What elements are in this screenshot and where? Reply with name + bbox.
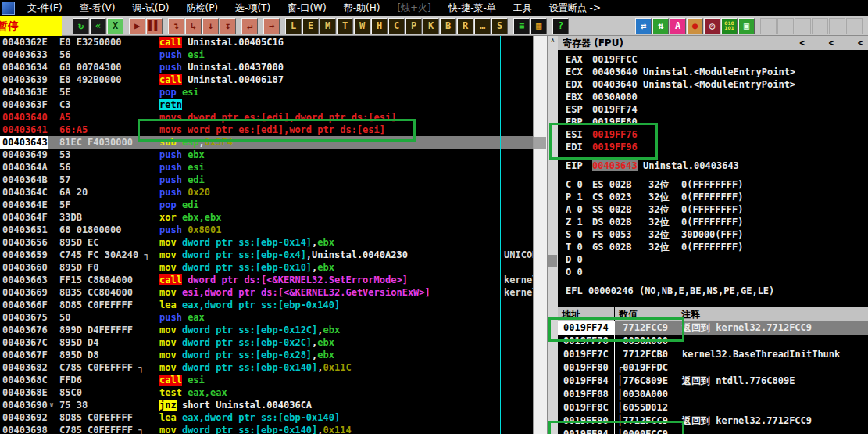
scroll-up-arrow-icon[interactable]: ∧: [548, 36, 558, 45]
handles-window-button[interactable]: H: [371, 18, 388, 34]
log-window-button[interactable]: L: [285, 18, 302, 34]
stack-row[interactable]: 0019FF90│7712FCC9返回到 kernel32.7712FCC9: [558, 414, 868, 428]
eflags-row[interactable]: EFL 00000246 (NO,NB,E,BE,NS,PE,GE,LE): [558, 285, 868, 297]
assemble-button[interactable]: A: [670, 18, 686, 34]
disasm-row[interactable]: 0040363468 00704300push Uninstal.0043700…: [0, 61, 533, 74]
cpu-window-button[interactable]: C: [388, 18, 405, 34]
source-window-button[interactable]: S: [491, 18, 508, 34]
menu-window[interactable]: 窗-口(W): [279, 2, 335, 15]
register-row[interactable]: EBX0030A000: [558, 91, 868, 103]
disasm-row[interactable]: 00403656895D ECmov dword ptr ss:[ebp-0x1…: [0, 236, 533, 249]
stack-row[interactable]: 0019FF94│0000FCC9: [558, 428, 868, 434]
collapse-chevron-icon[interactable]: <: [858, 38, 863, 48]
menu-view[interactable]: 查-看(V): [71, 2, 124, 15]
target-button[interactable]: ◎: [704, 18, 720, 34]
step-back-button[interactable]: «: [90, 18, 106, 34]
flag-row[interactable]: Z 1DS 002B32位0(FFFFFFFF): [558, 216, 868, 228]
collapse-chevron-icon[interactable]: <: [799, 38, 805, 48]
step-over-button[interactable]: ↳: [185, 18, 202, 34]
disasm-row[interactable]: 0040363356push esi: [0, 48, 533, 61]
stack-row[interactable]: 0019FF88│0030A000: [558, 388, 868, 401]
disasm-row[interactable]: 0040365168 01800000push 0x8001: [0, 224, 533, 236]
record-button[interactable]: ●: [687, 18, 703, 34]
stack-row[interactable]: 0019FF74 7712FCC9返回到 kernel32.7712FCC9: [558, 321, 868, 335]
menu-file[interactable]: 文-件(F): [19, 2, 71, 15]
stack-row[interactable]: 0019FF7C 7712FCB0kernel32.BaseThreadInit…: [558, 348, 868, 361]
swap-button[interactable]: ⇄: [635, 18, 652, 34]
restart-button[interactable]: ↻: [73, 18, 89, 34]
executables-window-button[interactable]: E: [302, 18, 319, 34]
disasm-row[interactable]: 00403640A5movs dword ptr es:[edi],dword …: [0, 111, 533, 124]
list-view-button[interactable]: ≡: [513, 18, 530, 34]
disasm-row[interactable]: 0040364F33DBxor ebx,ebx: [0, 211, 533, 224]
run-button[interactable]: ▶: [129, 18, 145, 34]
disasm-row[interactable]: 0040364381EC F4030000sub esp,0x3F4: [0, 136, 533, 149]
disasm-row[interactable]: 00403663FF15 C8804000call dword ptr ds:[…: [0, 274, 533, 286]
disasm-row[interactable]: 00403639E8 492B0000call Uninstal.0040618…: [0, 74, 533, 86]
goto-button[interactable]: →: [263, 18, 280, 34]
help-button[interactable]: ?: [552, 18, 569, 34]
register-row[interactable]: EAX0019FFCC: [558, 53, 868, 66]
register-row[interactable]: ECX00403640 Uninstal.<ModuleEntryPoint>: [558, 66, 868, 78]
menu-tools[interactable]: 工具: [505, 2, 541, 15]
references-window-button[interactable]: R: [457, 18, 473, 34]
disasm-row[interactable]: 0040364953push ebx: [0, 149, 533, 161]
stack-panel[interactable]: 0019FF74 7712FCC9返回到 kernel32.7712FCC900…: [558, 321, 868, 434]
disasm-row[interactable]: 0040362EE8 E3250000call Uninstal.00405C1…: [0, 36, 533, 48]
disasm-row[interactable]: 00403698C785 C0FEFFFF ┐mov dword ptr ss:…: [0, 424, 533, 434]
disasm-row[interactable]: 00403682C785 C0FEFFFF ┐mov dword ptr ss:…: [0, 361, 533, 374]
disasm-row[interactable]: 00403690∨75 38jnz short Uninstal.004036C…: [0, 399, 533, 411]
disasm-row[interactable]: 0040364166:A5movs word ptr es:[edi],word…: [0, 124, 533, 136]
callstack-window-button[interactable]: K: [423, 18, 439, 34]
flag-row[interactable]: T 0GS 002B32位0(FFFFFFFF): [558, 241, 868, 253]
stack-row[interactable]: 0019FF78 0030A000: [558, 335, 868, 348]
register-row[interactable]: ESP0019FF74: [558, 103, 868, 116]
windows-window-button[interactable]: W: [354, 18, 370, 34]
patches-window-button[interactable]: P: [405, 18, 422, 34]
close-button[interactable]: X: [107, 18, 123, 34]
collapse-chevrons[interactable]: <<<: [776, 38, 863, 48]
disasm-row[interactable]: 0040363E5Epop esi: [0, 86, 533, 99]
flag-row[interactable]: O 0: [558, 266, 868, 278]
disasm-row[interactable]: 00403659C745 FC 30A240 ┐mov dword ptr ss…: [0, 249, 533, 261]
register-row[interactable]: EDX00403640 Uninstal.<ModuleEntryPoint>: [558, 78, 868, 91]
trace-into-button[interactable]: ↓: [202, 18, 219, 34]
disasm-row[interactable]: 0040367C895D D4mov dword ptr ss:[ebp-0x2…: [0, 336, 533, 349]
disasm-row[interactable]: 0040363FC3retn: [0, 99, 533, 111]
disasm-row[interactable]: 0040368CFFD6call esi: [0, 374, 533, 386]
disassembly-scrollbar[interactable]: [533, 36, 547, 434]
flag-row[interactable]: P 1CS 002332位0(FFFFFFFF): [558, 191, 868, 203]
menu-options[interactable]: 选-项(T): [227, 2, 279, 15]
till-return-button[interactable]: ↵: [241, 18, 258, 34]
breakpoints-window-button[interactable]: B: [440, 18, 456, 34]
disasm-row[interactable]: 0040366F8D85 C0FEFFFFlea eax,dword ptr s…: [0, 299, 533, 311]
threads-window-button[interactable]: T: [337, 18, 353, 34]
flag-row[interactable]: A 0SS 002B32位0(FFFFFFFF): [558, 203, 868, 216]
memory-window-button[interactable]: M: [320, 18, 336, 34]
menu-shortcut[interactable]: 快-捷-菜-单: [440, 2, 505, 15]
flag-row[interactable]: C 0ES 002B32位0(FFFFFFFF): [558, 178, 868, 191]
disasm-row[interactable]: 004036698B35 CC804000mov esi,dword ptr d…: [0, 286, 533, 299]
menu-debug[interactable]: 调-试(D): [124, 2, 178, 15]
grid-view-button[interactable]: ▦: [530, 18, 547, 34]
disasm-row[interactable]: 00403660895D F0mov dword ptr ss:[ebp-0x1…: [0, 261, 533, 274]
stack-row[interactable]: 0019FF8C│6055D012: [558, 401, 868, 414]
disasm-row[interactable]: 0040367F895D D8mov dword ptr ss:[ebp-0x2…: [0, 349, 533, 361]
register-row[interactable]: EBP0019FF80: [558, 116, 868, 128]
pause-button[interactable]: ▌▌: [146, 18, 163, 34]
disasm-row[interactable]: 0040367550push eax: [0, 311, 533, 324]
registers-panel[interactable]: EAX0019FFCCECX00403640 Uninstal.<ModuleE…: [558, 50, 868, 307]
flag-row[interactable]: D 0: [558, 253, 868, 266]
step-into-button[interactable]: ↴: [168, 18, 184, 34]
window-frame-button[interactable]: ▣: [738, 18, 755, 34]
stack-row[interactable]: 0019FF80┌0019FFDC: [558, 361, 868, 375]
disasm-row[interactable]: 0040364B57push edi: [0, 174, 533, 186]
disasm-row[interactable]: 0040368E85C0test eax,eax: [0, 386, 533, 399]
registers-scrollbar-thumb[interactable]: [548, 255, 557, 267]
disasm-row[interactable]: 0040364C6A 20push 0x20: [0, 186, 533, 199]
menu-help[interactable]: 帮-助(H): [335, 2, 389, 15]
disasm-row[interactable]: 004036928D85 C0FEFFFFlea eax,dword ptr s…: [0, 411, 533, 424]
registers-scrollbar[interactable]: ∧: [547, 36, 558, 434]
collapse-chevron-icon[interactable]: <: [829, 38, 834, 48]
stack-row[interactable]: 0019FF84│776C809E返回到 ntdll.776C809E: [558, 375, 868, 388]
